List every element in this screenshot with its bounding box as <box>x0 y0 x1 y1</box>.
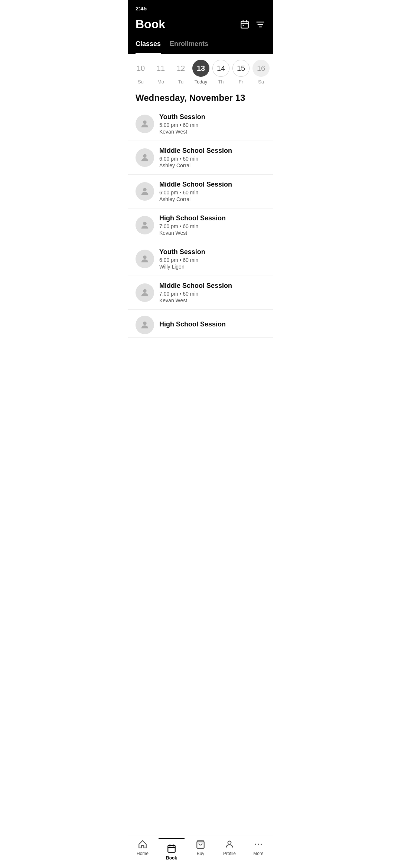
session-time: 7:00 pm • 60 min <box>159 223 265 229</box>
session-info-2: Middle School Session 6:00 pm • 60 min A… <box>159 147 265 168</box>
tab-classes[interactable]: Classes <box>136 36 161 54</box>
svg-point-13 <box>143 289 146 293</box>
header-actions <box>239 19 265 30</box>
session-item-6[interactable]: Middle School Session 7:00 pm • 60 min K… <box>128 276 273 310</box>
session-time: 6:00 pm • 60 min <box>159 190 265 195</box>
day-number: 14 <box>212 60 229 77</box>
status-bar: 2:45 <box>128 0 273 14</box>
session-info-3: Middle School Session 6:00 pm • 60 min A… <box>159 181 265 202</box>
calendar-day-13[interactable]: 13 Today <box>192 60 210 85</box>
calendar-day-14[interactable]: 14 Th <box>212 60 230 85</box>
instructor-avatar-2 <box>136 148 154 167</box>
session-list: Youth Session 5:00 pm • 60 min Kevan Wes… <box>128 107 273 338</box>
page-title: Book <box>136 17 165 31</box>
instructor-avatar-1 <box>136 115 154 133</box>
session-time: 6:00 pm • 60 min <box>159 257 265 263</box>
instructor-avatar-6 <box>136 283 154 302</box>
day-number: 15 <box>232 60 250 77</box>
day-label: Sa <box>258 79 264 85</box>
session-item-3[interactable]: Middle School Session 6:00 pm • 60 min A… <box>128 175 273 208</box>
session-title: Middle School Session <box>159 181 265 188</box>
calendar-day-11[interactable]: 11 Mo <box>152 60 170 85</box>
svg-point-9 <box>143 154 146 158</box>
day-label: Tu <box>178 79 184 85</box>
svg-rect-4 <box>243 25 244 26</box>
session-info-1: Youth Session 5:00 pm • 60 min Kevan Wes… <box>159 113 265 135</box>
session-title: High School Session <box>159 320 265 328</box>
session-time: 5:00 pm • 60 min <box>159 122 265 128</box>
calendar-icon[interactable] <box>239 19 250 30</box>
day-label: Today <box>195 79 208 85</box>
day-label: Fr <box>239 79 243 85</box>
session-item-5[interactable]: Youth Session 6:00 pm • 60 min Willy Lig… <box>128 242 273 276</box>
status-time: 2:45 <box>136 5 147 11</box>
session-item-4[interactable]: High School Session 7:00 pm • 60 min Kev… <box>128 208 273 242</box>
session-title: Middle School Session <box>159 282 265 290</box>
session-instructor: Willy Ligon <box>159 264 265 270</box>
day-label: Su <box>138 79 144 85</box>
session-info-6: Middle School Session 7:00 pm • 60 min K… <box>159 282 265 303</box>
session-instructor: Ashley Corral <box>159 196 265 202</box>
day-label: Mo <box>157 79 164 85</box>
calendar-day-12[interactable]: 12 Tu <box>172 60 190 85</box>
session-instructor: Kevan West <box>159 129 265 135</box>
session-instructor: Kevan West <box>159 230 265 236</box>
calendar-day-15[interactable]: 15 Fr <box>232 60 250 85</box>
day-number: 13 <box>192 60 209 77</box>
day-number: 11 <box>152 60 169 77</box>
session-info-5: Youth Session 6:00 pm • 60 min Willy Lig… <box>159 248 265 270</box>
svg-point-11 <box>143 222 146 225</box>
calendar-strip: 10 Su 11 Mo 12 Tu 13 Today 14 Th 15 Fr 1… <box>128 54 273 88</box>
session-title: High School Session <box>159 214 265 222</box>
svg-point-14 <box>143 322 146 325</box>
session-title: Youth Session <box>159 113 265 121</box>
day-number: 16 <box>252 60 270 77</box>
session-instructor: Kevan West <box>159 297 265 303</box>
session-title: Youth Session <box>159 248 265 256</box>
filter-icon[interactable] <box>255 19 265 30</box>
header: Book <box>128 14 273 36</box>
session-instructor: Ashley Corral <box>159 162 265 168</box>
session-time: 6:00 pm • 60 min <box>159 156 265 162</box>
instructor-avatar-5 <box>136 250 154 268</box>
session-item-7[interactable]: High School Session <box>128 310 273 338</box>
instructor-avatar-4 <box>136 216 154 234</box>
calendar-day-10[interactable]: 10 Su <box>132 60 150 85</box>
tab-enrollments[interactable]: Enrollments <box>170 36 208 54</box>
day-number: 10 <box>132 60 149 77</box>
instructor-avatar-3 <box>136 182 154 201</box>
session-info-7: High School Session <box>159 320 265 329</box>
session-time: 7:00 pm • 60 min <box>159 291 265 297</box>
date-heading: Wednesday, November 13 <box>128 88 273 107</box>
svg-point-12 <box>143 256 146 259</box>
svg-rect-0 <box>241 21 248 28</box>
calendar-day-16[interactable]: 16 Sa <box>252 60 270 85</box>
day-number: 12 <box>172 60 189 77</box>
session-info-4: High School Session 7:00 pm • 60 min Kev… <box>159 214 265 236</box>
session-item-2[interactable]: Middle School Session 6:00 pm • 60 min A… <box>128 141 273 175</box>
session-title: Middle School Session <box>159 147 265 155</box>
session-item-1[interactable]: Youth Session 5:00 pm • 60 min Kevan Wes… <box>128 107 273 141</box>
svg-point-8 <box>143 121 146 124</box>
tab-bar: Classes Enrollments <box>128 36 273 54</box>
day-label: Th <box>218 79 224 85</box>
svg-point-10 <box>143 188 146 191</box>
instructor-avatar-7 <box>136 316 154 334</box>
